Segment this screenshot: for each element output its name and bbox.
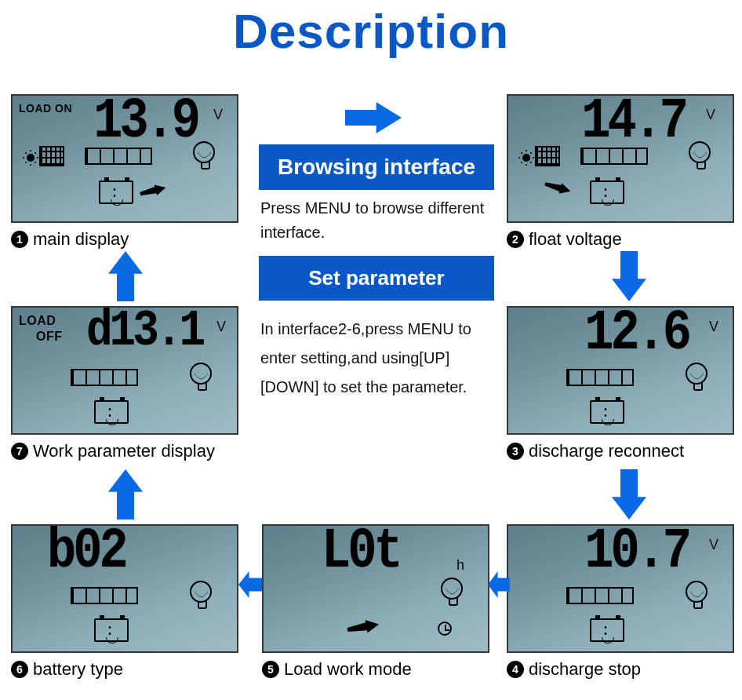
caption-text: battery type (33, 659, 123, 680)
arrow-left-icon (238, 571, 262, 598)
screen-7: LOAD OFF d13.1 V 7 Work parameter displa… (11, 306, 238, 461)
center-instructions: Browsing interface Press MENU to browse … (259, 86, 494, 413)
lcd-discharge-stop: 10.7 V (507, 524, 734, 653)
bulb-icon (190, 363, 212, 385)
unit: h (456, 557, 464, 574)
bulb-icon (193, 141, 215, 163)
voltage-unit: V (216, 319, 226, 335)
voltage-value: 10.7 (584, 524, 689, 584)
arrow-up-icon (108, 251, 143, 301)
caption-4: 4 discharge stop (507, 659, 734, 680)
battery-level-icon (566, 369, 634, 386)
arrow-up-icon (108, 469, 143, 520)
lcd-float-voltage: 14.7 V (507, 94, 734, 223)
battery-level-icon (580, 148, 648, 165)
browsing-heading: Browsing interface (259, 144, 494, 190)
solar-panel-icon (535, 146, 560, 166)
browsing-desc: Press MENU to browse different interface… (259, 190, 494, 256)
bulb-icon (686, 363, 707, 385)
voltage-unit: V (709, 319, 718, 335)
set-parameter-desc: In interface2-6,press MENU to enter sett… (259, 301, 494, 413)
caption-2: 2 float voltage (507, 229, 734, 250)
flow-arrow-icon (544, 179, 573, 197)
caption-7: 7 Work parameter display (11, 441, 238, 461)
caption-text: discharge stop (529, 659, 641, 680)
battery-level-icon (71, 587, 138, 604)
screen-2: 14.7 V 2 float voltage (507, 94, 734, 250)
load-label: LOAD ON (19, 102, 72, 115)
bulb-icon (190, 581, 212, 603)
arrow-right-icon (345, 102, 402, 133)
battery-icon (99, 180, 133, 204)
voltage-value: 12.6 (584, 306, 689, 366)
flow-arrow-icon (346, 618, 380, 636)
step-number: 4 (507, 661, 524, 678)
caption-text: Load work mode (284, 659, 412, 680)
clock-icon (438, 622, 452, 636)
screen-6: b02 6 battery type (11, 524, 238, 680)
off-label: OFF (36, 330, 63, 344)
value: L0t (322, 524, 400, 584)
caption-3: 3 discharge reconnect (507, 441, 734, 461)
step-number: 2 (507, 231, 524, 248)
voltage-unit: V (709, 537, 718, 553)
caption-text: Work parameter display (33, 441, 215, 461)
screen-4: 10.7 V 4 discharge stop (507, 524, 734, 680)
set-parameter-heading: Set parameter (259, 256, 494, 301)
battery-icon (94, 400, 129, 424)
diagram-grid: LOAD ON 13.9 V 1 main display 14.7 V (0, 86, 742, 698)
battery-icon (590, 180, 624, 204)
step-number: 3 (507, 443, 524, 460)
caption-1: 1 main display (11, 229, 238, 250)
battery-icon (94, 618, 129, 642)
voltage-unit: V (706, 107, 715, 123)
lcd-load-work-mode: L0t h (262, 524, 489, 653)
voltage-value: 13.9 (93, 94, 198, 154)
load-label: LOAD (19, 314, 56, 328)
step-number: 1 (11, 231, 28, 248)
sun-icon (27, 154, 35, 162)
step-number: 7 (11, 443, 28, 460)
bulb-icon (441, 578, 463, 600)
battery-icon (590, 618, 624, 642)
voltage-value: d13.1 (86, 306, 202, 360)
step-number: 5 (262, 661, 279, 678)
value: b02 (47, 524, 125, 584)
sun-icon (522, 154, 530, 162)
battery-level-icon (85, 148, 152, 165)
caption-text: float voltage (529, 229, 622, 250)
arrow-down-icon (612, 469, 646, 520)
lcd-discharge-reconnect: 12.6 V (507, 306, 734, 435)
battery-level-icon (71, 369, 138, 386)
screen-3: 12.6 V 3 discharge reconnect (507, 306, 734, 461)
screen-1: LOAD ON 13.9 V 1 main display (11, 94, 238, 250)
bulb-icon (689, 141, 711, 163)
screen-5: L0t h 5 Load work mode (262, 524, 489, 680)
solar-panel-icon (39, 146, 64, 166)
flow-arrow-icon (139, 182, 167, 199)
arrow-down-icon (612, 251, 646, 301)
page-title: Description (0, 0, 742, 59)
caption-text: discharge reconnect (529, 441, 684, 461)
caption-6: 6 battery type (11, 659, 238, 680)
voltage-value: 14.7 (581, 94, 686, 154)
voltage-unit: V (213, 107, 223, 123)
lcd-main-display: LOAD ON 13.9 V (11, 94, 238, 223)
bulb-icon (686, 581, 707, 603)
caption-text: main display (33, 229, 129, 250)
battery-icon (590, 400, 624, 424)
caption-5: 5 Load work mode (262, 659, 489, 680)
lcd-work-parameter: LOAD OFF d13.1 V (11, 306, 238, 435)
battery-level-icon (566, 587, 634, 604)
step-number: 6 (11, 661, 28, 678)
lcd-battery-type: b02 (11, 524, 238, 653)
